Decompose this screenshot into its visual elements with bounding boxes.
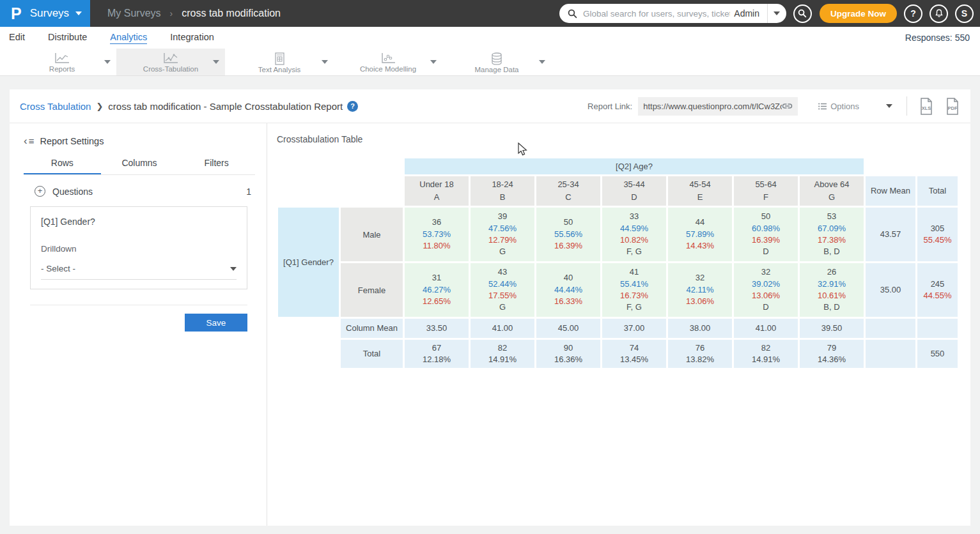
list-icon (818, 103, 827, 110)
divider (30, 305, 247, 305)
chevron-down-icon[interactable] (322, 60, 328, 64)
row-group-header: [Q1] Gender? (278, 208, 339, 317)
drilldown-label: Drilldown (41, 244, 237, 254)
chevron-down-icon[interactable] (104, 60, 111, 64)
row-mean-cell: 35.00 (866, 263, 915, 317)
empty-cell (866, 319, 915, 338)
total-cell: 9016.36% (536, 340, 600, 368)
toolbar-manage-data[interactable]: Manage Data (442, 49, 551, 75)
column-header: 25-34C (536, 176, 600, 206)
collapse-panel-icon[interactable]: ‹≡ (24, 135, 34, 146)
avatar[interactable]: S (955, 4, 974, 23)
nav-integration[interactable]: Integration (170, 32, 214, 43)
link-icon[interactable] (782, 102, 793, 110)
total-cell: 6712.18% (405, 340, 469, 368)
breadcrumb-separator-icon: ❯ (96, 102, 103, 111)
survey-nav: Edit Distribute Analytics Integration Re… (0, 27, 980, 49)
toolbar-cross-tabulation[interactable]: Cross-Tabulation (116, 49, 225, 75)
page-gap (0, 76, 980, 89)
grand-total-cell: 550 (917, 340, 958, 368)
crosstab-cell: 2632.91%10.61%B, D (800, 263, 864, 317)
upgrade-now-button[interactable]: Upgrade Now (820, 4, 897, 23)
total-cell: 7914.36% (800, 340, 864, 368)
help-button[interactable]: ? (904, 4, 922, 23)
report-header: Cross Tabulation ❯ cross tab modificatio… (10, 89, 970, 123)
empty-cell (866, 340, 915, 368)
chevron-down-icon[interactable] (430, 60, 437, 64)
breadcrumb-my-surveys[interactable]: My Surveys (107, 8, 161, 19)
column-header: 45-54E (668, 176, 732, 206)
column-header: Above 64G (800, 176, 864, 206)
toolbar-choice-modelling[interactable]: Choice Modelling (334, 49, 442, 75)
column-group-header: [Q2] Age? (405, 158, 864, 174)
crosstab-cell: 3947.56%12.79%G (471, 208, 534, 261)
divider (906, 96, 907, 116)
chevron-down-icon (774, 11, 780, 15)
panel-title: Report Settings (40, 136, 104, 146)
total-cell: 7613.82% (668, 340, 732, 368)
crosstab-cell: 3146.27%12.65% (405, 263, 469, 317)
nav-analytics[interactable]: Analytics (110, 32, 147, 44)
drilldown-select[interactable]: - Select - (41, 264, 237, 280)
drilldown-selected-value: - Select - (41, 264, 75, 273)
topbar-actions: Admin Upgrade Now ? S (559, 4, 980, 23)
search-scope-dropdown[interactable] (767, 4, 786, 23)
global-search: Admin (559, 4, 786, 23)
scatter-chart-icon (380, 52, 396, 65)
toolbar-text-analysis[interactable]: Text Analysis (225, 49, 334, 75)
row-mean-header: Row Mean (866, 176, 915, 206)
column-header: 55-64F (734, 176, 798, 206)
add-question-button[interactable]: + (35, 186, 45, 197)
row-label: Male (341, 208, 403, 261)
report-actions: Report Link: https://www.questionpro.com… (587, 96, 960, 116)
total-cell: 8214.91% (471, 340, 534, 368)
crosstab-table: [Q2] Age? Under 18A 18-24B 25-34C 35-44D… (276, 156, 960, 370)
column-mean-cell: 41.00 (471, 319, 534, 338)
row-mean-cell: 43.57 (866, 208, 915, 261)
svg-text:PDF: PDF (948, 105, 958, 111)
report-help-icon[interactable]: ? (347, 101, 358, 112)
report-title: cross tab modification - Sample Crosstab… (108, 101, 343, 112)
column-mean-cell: 41.00 (734, 319, 798, 338)
search-input[interactable] (583, 9, 730, 19)
empty-cell (917, 319, 958, 338)
tab-rows[interactable]: Rows (24, 158, 101, 174)
search-scope-selector[interactable]: Admin (730, 8, 767, 19)
responses-count: Responses: 550 (905, 33, 980, 43)
save-button[interactable]: Save (185, 314, 247, 332)
search-submit-button[interactable] (793, 4, 812, 23)
chevron-down-icon (75, 11, 82, 15)
notifications-button[interactable] (929, 4, 948, 23)
tab-columns[interactable]: Columns (101, 158, 178, 174)
content-card: Cross Tabulation ❯ cross tab modificatio… (10, 89, 970, 526)
crosstab-cell: 5060.98%16.39%D (734, 208, 798, 261)
toolbar-reports[interactable]: Reports (8, 49, 116, 75)
crosstab-cell: 5367.09%17.38%B, D (800, 208, 864, 261)
analytics-toolbar: Reports Cross-Tabulation Text Analysis C… (0, 49, 980, 76)
report-link-url[interactable]: https://www.questionpro.com/t/lCw3Zc (643, 102, 782, 111)
options-menu[interactable]: Options (818, 102, 892, 111)
column-mean-label: Column Mean (341, 319, 403, 338)
product-switcher[interactable]: P Surveys (0, 0, 90, 27)
tab-filters[interactable]: Filters (178, 158, 255, 174)
column-header: Under 18A (405, 176, 469, 206)
crosstab-cell: 4457.89%14.43% (668, 208, 732, 261)
question-card: [Q1] Gender? Drilldown - Select - (30, 206, 247, 289)
line-chart-icon (54, 52, 70, 65)
product-name: Surveys (30, 7, 69, 20)
breadcrumb: My Surveys › cross tab modification (107, 8, 281, 19)
database-icon (490, 52, 504, 65)
chevron-down-icon[interactable] (539, 60, 545, 64)
report-link-label: Report Link: (587, 102, 632, 111)
crosstab-cell: 4155.41%16.73%F, G (602, 263, 666, 317)
cross-tabulation-link[interactable]: Cross Tabulation (20, 101, 91, 112)
crosstab-area: Crosstabulation Table [Q2] Age? Under 18… (267, 123, 970, 526)
nav-edit[interactable]: Edit (9, 32, 25, 43)
export-pdf-button[interactable]: PDF (945, 98, 960, 115)
report-link-field[interactable]: https://www.questionpro.com/t/lCw3Zc (638, 97, 798, 116)
chevron-down-icon (230, 267, 237, 271)
export-xls-button[interactable]: XLS (919, 98, 934, 115)
chevron-down-icon[interactable] (213, 60, 219, 64)
nav-distribute[interactable]: Distribute (48, 32, 87, 43)
questionpro-logo-icon: P (11, 5, 22, 22)
